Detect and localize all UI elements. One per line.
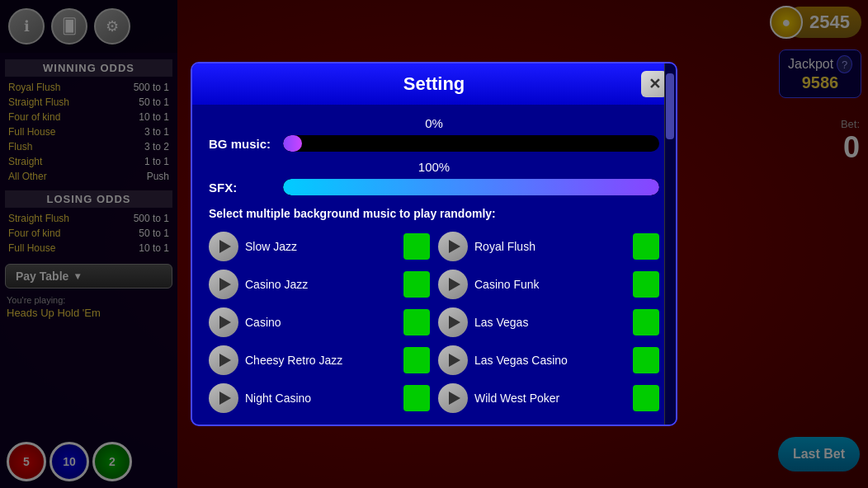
music-toggle[interactable] — [633, 347, 659, 373]
music-name: Las Vegas — [474, 316, 626, 329]
bg-music-slider[interactable] — [283, 135, 659, 152]
play-button[interactable] — [438, 270, 468, 299]
music-name: Casino — [245, 316, 397, 329]
music-item: Casino Jazz — [209, 270, 430, 299]
settings-modal: Setting ✕ 0% BG music: 100% SFX: — [191, 62, 677, 426]
music-toggle[interactable] — [403, 271, 430, 298]
music-item: Las Vegas Casino — [438, 345, 659, 375]
play-button[interactable] — [438, 232, 468, 261]
play-icon — [449, 392, 460, 405]
music-toggle[interactable] — [633, 233, 659, 260]
music-item: Las Vegas — [438, 307, 659, 337]
play-icon — [219, 316, 231, 329]
play-button[interactable] — [209, 270, 238, 299]
music-item: Royal Flush — [438, 232, 659, 261]
music-toggle[interactable] — [403, 385, 430, 411]
music-item: Casino Funk — [438, 270, 659, 299]
music-toggle[interactable] — [633, 271, 659, 298]
music-name: Night Casino — [245, 392, 397, 405]
play-button[interactable] — [209, 232, 238, 261]
music-toggle[interactable] — [403, 309, 430, 336]
modal-title: Setting — [403, 73, 465, 95]
play-button[interactable] — [438, 383, 468, 413]
play-icon — [219, 392, 231, 405]
modal-header: Setting ✕ — [192, 63, 676, 105]
modal-scrollbar[interactable] — [664, 63, 676, 425]
play-button[interactable] — [209, 383, 238, 413]
sfx-pct: 100% — [209, 160, 659, 174]
music-grid: Slow Jazz Royal Flush Casino Jazz Casino… — [209, 232, 659, 413]
select-music-label: Select multiple background music to play… — [209, 207, 659, 220]
bg-music-label-row: BG music: — [209, 135, 659, 152]
play-button[interactable] — [438, 307, 468, 337]
bg-music-label: BG music: — [209, 137, 275, 151]
modal-body: 0% BG music: 100% SFX: Select m — [192, 105, 676, 425]
music-toggle[interactable] — [403, 347, 430, 373]
music-name: Slow Jazz — [245, 240, 397, 253]
play-icon — [449, 278, 460, 291]
music-item: Night Casino — [209, 383, 430, 413]
music-toggle[interactable] — [633, 309, 659, 336]
play-icon — [449, 240, 460, 253]
music-item: Cheesy Retro Jazz — [209, 345, 430, 375]
play-button[interactable] — [209, 307, 238, 337]
music-name: Wild West Poker — [474, 392, 626, 405]
sfx-label-row: SFX: — [209, 179, 659, 195]
scroll-thumb — [666, 73, 674, 139]
sfx-label: SFX: — [209, 181, 275, 195]
music-item: Slow Jazz — [209, 232, 430, 261]
music-name: Las Vegas Casino — [474, 354, 626, 367]
play-icon — [219, 240, 231, 253]
sfx-fill — [283, 179, 659, 195]
sfx-slider-row: 100% SFX: — [209, 160, 659, 195]
music-name: Casino Funk — [474, 278, 626, 291]
music-item: Wild West Poker — [438, 383, 659, 413]
sfx-slider[interactable] — [283, 179, 659, 195]
play-button[interactable] — [209, 345, 238, 375]
play-icon — [449, 354, 460, 367]
music-name: Casino Jazz — [245, 278, 397, 291]
play-icon — [219, 278, 231, 291]
play-button[interactable] — [438, 345, 468, 375]
play-icon — [449, 316, 460, 329]
music-toggle[interactable] — [633, 385, 659, 411]
bg-music-fill — [283, 135, 302, 152]
music-name: Royal Flush — [474, 240, 626, 253]
play-icon — [219, 354, 231, 367]
modal-overlay: Setting ✕ 0% BG music: 100% SFX: — [0, 0, 868, 488]
bg-music-pct: 0% — [209, 116, 659, 130]
music-name: Cheesy Retro Jazz — [245, 354, 397, 367]
music-toggle[interactable] — [403, 233, 430, 260]
bg-music-slider-row: 0% BG music: — [209, 116, 659, 152]
music-item: Casino — [209, 307, 430, 337]
